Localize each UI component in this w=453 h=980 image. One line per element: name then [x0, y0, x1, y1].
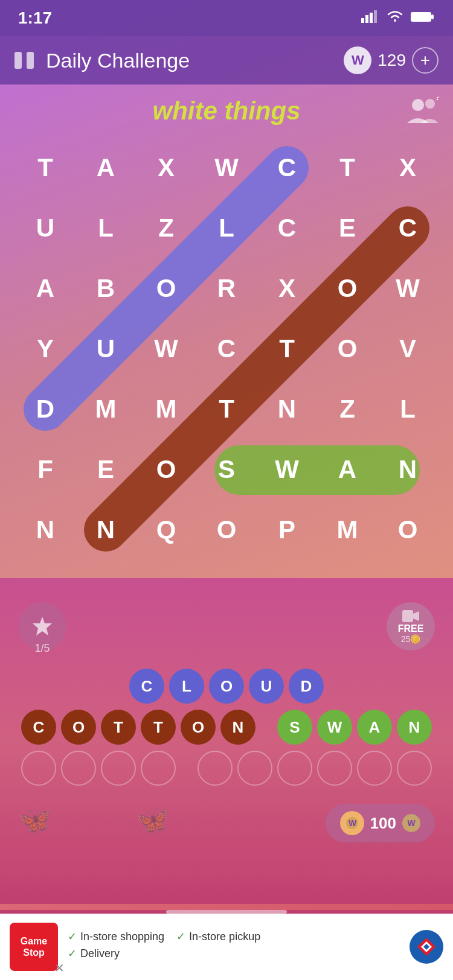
grid-cell[interactable]: L	[76, 198, 136, 258]
ad-close-button[interactable]: ✕	[54, 961, 65, 975]
battery-icon	[411, 10, 435, 26]
svg-marker-12	[33, 617, 52, 635]
grid-cell[interactable]: U	[76, 319, 136, 379]
grid-cell[interactable]: M	[76, 379, 136, 439]
grid-cell[interactable]: E	[76, 439, 136, 500]
empty-row-1	[18, 751, 435, 786]
add-coins-button[interactable]: +	[412, 47, 439, 74]
cloud-letter-bubble: C	[129, 669, 164, 704]
grid-cell[interactable]: M	[317, 500, 378, 560]
butterfly-icon-right: 🦋	[136, 804, 169, 836]
swan-letter-bubble: W	[317, 710, 352, 745]
theme-label: white things	[0, 97, 453, 126]
grid-cell[interactable]: M	[136, 379, 196, 439]
video-button[interactable]: FREE 25🪙	[387, 602, 435, 651]
game-area: white things ? TAXWCTXULZLCECABORXOWYUWC…	[0, 84, 453, 578]
grid-cell[interactable]: T	[317, 138, 378, 198]
cloud-letter-bubble: U	[249, 669, 284, 704]
hint-score: 100	[370, 814, 396, 833]
grid-cell[interactable]: R	[196, 258, 257, 319]
grid-cell[interactable]: T	[257, 319, 317, 379]
grid-cell[interactable]: N	[76, 500, 136, 560]
empty-bubble	[357, 751, 392, 786]
status-time: 1:17	[18, 8, 52, 28]
grid-cell[interactable]: L	[196, 198, 257, 258]
svg-text:W: W	[349, 818, 357, 828]
grid-cell[interactable]: D	[15, 379, 76, 439]
grid-cell[interactable]: O	[196, 500, 257, 560]
grid-cell[interactable]: Y	[15, 319, 76, 379]
hint-button[interactable]: W 100 W	[326, 804, 435, 842]
grid-cell[interactable]: C	[196, 319, 257, 379]
check-icon-3: ✓	[68, 947, 77, 960]
pause-button[interactable]	[14, 52, 34, 69]
empty-bubble	[237, 751, 272, 786]
ad-item-pickup: ✓ In-store pickup	[176, 930, 260, 943]
friends-icon[interactable]: ?	[407, 97, 439, 128]
grid-cell[interactable]: V	[378, 319, 438, 379]
grid-cell[interactable]: N	[257, 379, 317, 439]
signal-icon	[361, 10, 379, 27]
ad-row-1: ✓ In-store shopping ✓ In-store pickup	[68, 930, 400, 943]
score-area: W 129 +	[344, 46, 439, 74]
letter-grid: TAXWCTXULZLCECABORXOWYUWCTOVDMMTNZLFEOSW…	[15, 138, 438, 560]
cloud-word-row: CLOUD	[18, 669, 435, 704]
grid-cell[interactable]: N	[378, 439, 438, 500]
grid-cell[interactable]: Z	[317, 379, 378, 439]
svg-rect-5	[431, 14, 434, 19]
svg-point-6	[412, 99, 424, 111]
grid-cell[interactable]: T	[196, 379, 257, 439]
ad-row-2: ✓ Delivery	[68, 947, 400, 960]
grid-cell[interactable]: O	[378, 500, 438, 560]
grid-cell[interactable]: X	[378, 138, 438, 198]
butterfly-icon-left: 🦋	[18, 804, 51, 836]
grid-cell[interactable]: Q	[136, 500, 196, 560]
grid-cell[interactable]: O	[136, 439, 196, 500]
grid-cell[interactable]: W	[196, 138, 257, 198]
svg-rect-1	[365, 15, 368, 23]
grid-cell[interactable]: A	[317, 439, 378, 500]
cotton-swan-row: COTTONSWAN	[18, 710, 435, 745]
score-display: 129	[378, 51, 406, 70]
star-label: 1/5	[18, 642, 66, 655]
grid-cell[interactable]: W	[378, 258, 438, 319]
video-free-label: FREE	[398, 623, 424, 634]
cloud-letter-bubble: L	[169, 669, 204, 704]
grid-cell[interactable]: O	[136, 258, 196, 319]
grid-cell[interactable]: A	[76, 138, 136, 198]
grid-cell[interactable]: E	[317, 198, 378, 258]
grid-cell[interactable]: X	[136, 138, 196, 198]
grid-cell[interactable]: C	[378, 198, 438, 258]
empty-bubble	[397, 751, 432, 786]
status-bar: 1:17	[0, 0, 453, 36]
empty-bubble	[21, 751, 56, 786]
swan-letter-bubble: A	[357, 710, 392, 745]
empty-bubble	[198, 751, 233, 786]
grid-cell[interactable]: C	[257, 138, 317, 198]
grid-cell[interactable]: W	[257, 439, 317, 500]
word-grid: TAXWCTXULZLCECABORXOWYUWCTOVDMMTNZLFEOSW…	[15, 138, 438, 560]
grid-cell[interactable]: U	[15, 198, 76, 258]
svg-text:?: ?	[435, 97, 439, 102]
grid-cell[interactable]: O	[317, 319, 378, 379]
grid-cell[interactable]: C	[257, 198, 317, 258]
grid-cell[interactable]: A	[15, 258, 76, 319]
grid-cell[interactable]: S	[196, 439, 257, 500]
grid-cell[interactable]: B	[76, 258, 136, 319]
grid-cell[interactable]: O	[317, 258, 378, 319]
empty-bubble	[101, 751, 136, 786]
ad-text: ✓ In-store shopping ✓ In-store pickup ✓ …	[68, 930, 400, 964]
grid-cell[interactable]: T	[15, 138, 76, 198]
ad-banner: GameStop ✓ In-store shopping ✓ In-store …	[0, 914, 453, 980]
grid-cell[interactable]: P	[257, 500, 317, 560]
grid-cell[interactable]: N	[15, 500, 76, 560]
grid-cell[interactable]: L	[378, 379, 438, 439]
cotton-letter-bubble: C	[21, 710, 56, 745]
ad-item-delivery-label: Delivery	[80, 947, 120, 960]
top-buttons-area: 1/5 FREE 25🪙	[0, 590, 453, 663]
grid-cell[interactable]: Z	[136, 198, 196, 258]
grid-cell[interactable]: W	[136, 319, 196, 379]
w-badge: W	[344, 46, 371, 74]
grid-cell[interactable]: F	[15, 439, 76, 500]
grid-cell[interactable]: X	[257, 258, 317, 319]
